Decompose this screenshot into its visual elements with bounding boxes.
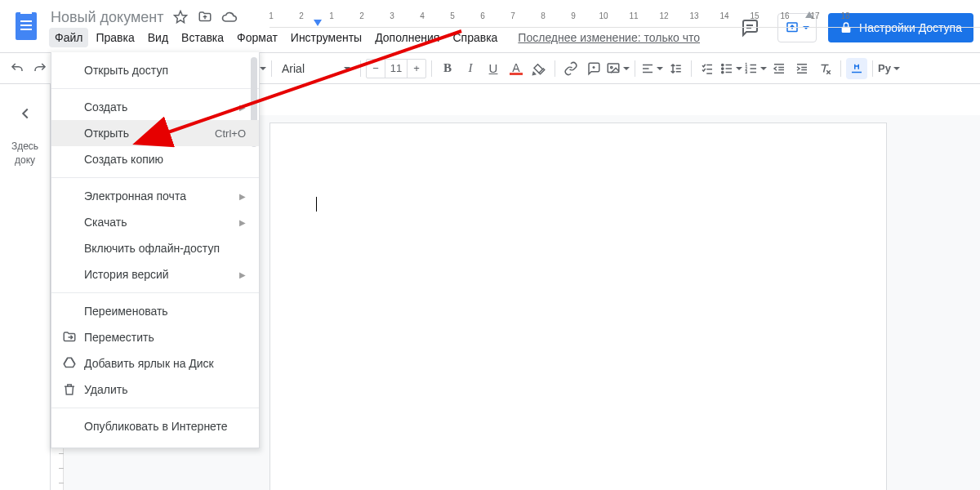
insert-comment-button[interactable] <box>583 58 604 79</box>
file-menu-item[interactable]: Создать копию <box>51 146 259 172</box>
line-spacing-button[interactable] <box>665 58 686 79</box>
bulleted-list-button[interactable] <box>719 58 742 79</box>
file-menu-item-label: Открыть <box>84 127 129 140</box>
font-family-select[interactable]: Arial <box>277 58 355 79</box>
styles-dropdown-chevron-icon[interactable] <box>260 67 266 70</box>
input-tools-button[interactable]: Ру <box>878 58 900 79</box>
chevron-down-icon <box>760 67 767 70</box>
file-menu-item[interactable]: Электронная почта▶ <box>51 183 259 209</box>
ruler-tick-label: 9 <box>571 11 576 20</box>
outline-back-button[interactable] <box>11 99 40 128</box>
font-size-value[interactable]: 11 <box>385 60 408 78</box>
decrease-font-button[interactable]: − <box>367 60 385 78</box>
bold-button[interactable]: B <box>437 58 458 79</box>
chevron-down-icon <box>344 67 350 70</box>
redo-button[interactable] <box>29 58 51 79</box>
menu-tools[interactable]: Инструменты <box>285 28 368 47</box>
left-indent-marker-icon[interactable] <box>314 20 322 26</box>
document-title[interactable]: Новый документ <box>51 9 164 26</box>
file-menu-item-label: Скачать <box>84 216 127 229</box>
ruler-tick-label: 8 <box>541 11 546 20</box>
checklist-button[interactable] <box>697 58 718 79</box>
file-menu-item[interactable]: Переименовать <box>51 298 259 324</box>
file-menu-item[interactable]: Переместить <box>51 324 259 350</box>
menu-separator <box>51 177 259 178</box>
drive-icon <box>60 356 79 371</box>
svg-text:3: 3 <box>746 70 748 74</box>
file-menu-item[interactable]: Открыть доступ <box>51 57 259 83</box>
increase-indent-button[interactable] <box>791 58 813 79</box>
decrease-indent-button[interactable] <box>768 58 790 79</box>
shortcut-label: Ctrl+O <box>215 127 246 140</box>
horizontal-ruler[interactable]: 12123456789101112131415161718 <box>270 11 980 28</box>
insert-image-button[interactable] <box>606 58 630 79</box>
file-menu-dropdown: Открыть доступСоздать▶ОткрытьCtrl+OСозда… <box>51 52 260 448</box>
chevron-down-icon <box>657 67 663 70</box>
cloud-status-icon[interactable] <box>221 9 238 25</box>
chevron-right-icon: ▶ <box>239 103 246 112</box>
menu-bar: Файл Правка Вид Вставка Формат Инструмен… <box>46 26 700 47</box>
chevron-right-icon: ▶ <box>239 270 246 279</box>
chevron-right-icon: ▶ <box>239 218 246 227</box>
ruler-tick-label: 4 <box>420 11 425 20</box>
ruler-tick-label: 5 <box>450 11 455 20</box>
file-menu-item[interactable]: ОткрытьCtrl+O <box>51 120 259 146</box>
docs-logo-icon[interactable] <box>10 10 42 42</box>
menu-edit[interactable]: Правка <box>90 28 140 47</box>
star-icon[interactable] <box>172 9 189 25</box>
ruler-tick-label: 3 <box>390 11 394 20</box>
svg-marker-0 <box>174 11 186 23</box>
menu-separator <box>51 408 259 408</box>
svg-point-19 <box>722 71 724 73</box>
underline-button[interactable]: U <box>483 58 504 79</box>
file-menu-item-label: История версий <box>84 268 169 281</box>
chevron-down-icon <box>623 67 630 70</box>
move-to-folder-icon[interactable] <box>197 9 213 25</box>
ruler-tick-label: 14 <box>719 11 728 20</box>
menu-view[interactable]: Вид <box>142 28 174 47</box>
file-menu-item-label: Включить офлайн-доступ <box>84 242 220 255</box>
document-page[interactable] <box>270 122 887 490</box>
ruler-tick-label: 7 <box>510 11 515 20</box>
menu-help[interactable]: Справка <box>447 28 503 47</box>
last-edit-link[interactable]: Последнее изменение: только что <box>518 31 700 44</box>
highlight-color-button[interactable] <box>528 58 550 79</box>
ruler-tick-label: 6 <box>480 11 485 20</box>
file-menu-item-label: Удалить <box>84 383 127 396</box>
menu-separator <box>51 88 259 89</box>
outline-hint-text: Здесьдоку <box>0 140 50 167</box>
ruler-tick-label: 13 <box>689 11 698 20</box>
chevron-right-icon: ▶ <box>239 192 246 201</box>
ruler-tick-label: 2 <box>359 11 364 20</box>
menu-addons[interactable]: Дополнения <box>369 28 445 47</box>
align-button[interactable] <box>640 58 663 79</box>
file-menu-item[interactable]: Опубликовать в Интернете <box>51 413 259 439</box>
clear-formatting-button[interactable] <box>814 58 835 79</box>
numbered-list-button[interactable]: 123 <box>744 58 767 79</box>
svg-point-7 <box>611 66 612 68</box>
file-menu-item[interactable]: Скачать▶ <box>51 209 259 235</box>
undo-button[interactable] <box>7 58 28 79</box>
file-menu-item[interactable]: История версий▶ <box>51 261 259 287</box>
ruler-tick-label: 2 <box>299 11 304 20</box>
file-menu-item-label: Переместить <box>84 331 154 344</box>
increase-font-button[interactable]: + <box>408 60 425 78</box>
file-menu-item[interactable]: Включить офлайн-доступ <box>51 235 259 261</box>
file-menu-item[interactable]: Удалить <box>51 376 259 403</box>
editing-mode-button[interactable] <box>846 58 867 79</box>
italic-button[interactable]: I <box>460 58 481 79</box>
file-menu-item[interactable]: Добавить ярлык на Диск <box>51 350 259 376</box>
file-menu-item-label: Открыть доступ <box>84 64 168 77</box>
menu-insert[interactable]: Вставка <box>176 28 229 47</box>
menu-file[interactable]: Файл <box>49 28 88 47</box>
svg-point-17 <box>722 64 724 65</box>
trash-icon <box>60 382 79 397</box>
file-menu-item[interactable]: Создать▶ <box>51 94 259 120</box>
move-icon <box>60 330 79 345</box>
insert-link-button[interactable] <box>560 58 581 79</box>
ruler-tick-label: 16 <box>780 11 789 20</box>
text-color-button[interactable]: A <box>506 58 527 79</box>
font-size-stepper[interactable]: − 11 + <box>366 59 426 78</box>
ruler-tick-label: 10 <box>599 11 608 20</box>
menu-format[interactable]: Формат <box>231 28 283 47</box>
